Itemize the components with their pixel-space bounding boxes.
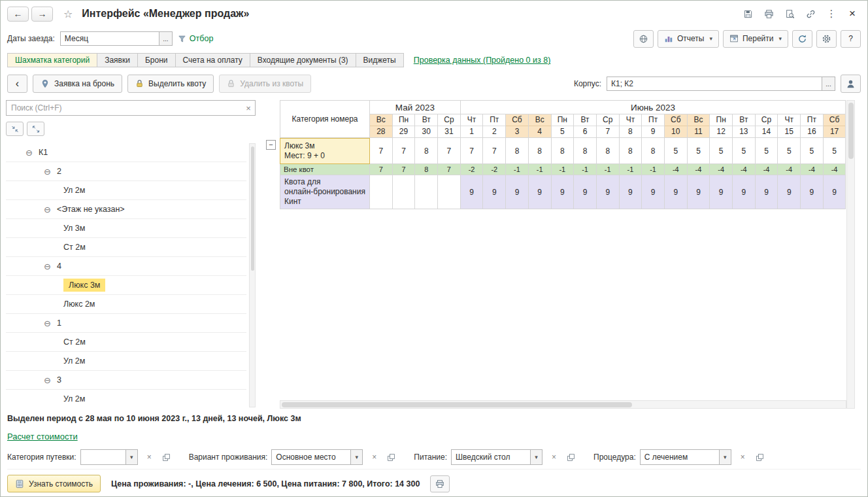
grid-cell[interactable]: 7 — [438, 138, 461, 164]
grid-cell[interactable]: -4 — [688, 164, 710, 175]
day-header[interactable]: Сб3 — [506, 114, 529, 138]
grid-cell[interactable]: -2 — [461, 164, 484, 175]
grid-cell[interactable] — [438, 175, 461, 209]
dropdown-arrow-icon[interactable]: ▾ — [531, 449, 542, 465]
clear-field-icon[interactable]: × — [369, 451, 380, 464]
accommodation-input[interactable] — [271, 449, 351, 465]
day-header[interactable]: Вс28 — [370, 114, 393, 138]
grid-cell[interactable]: 9 — [506, 175, 529, 209]
day-header[interactable]: Ср7 — [597, 114, 620, 138]
day-header[interactable]: Чт8 — [620, 114, 643, 138]
tab-invoices[interactable]: Счета на оплату — [175, 53, 250, 67]
grid-cell[interactable]: 5 — [824, 138, 846, 164]
grid-cell[interactable]: 9 — [756, 175, 778, 209]
grid-cell[interactable]: -1 — [597, 164, 620, 175]
open-field-icon[interactable] — [565, 451, 576, 464]
scrollbar-thumb[interactable] — [848, 103, 854, 159]
print-icon[interactable] — [763, 8, 775, 20]
grid-cell[interactable]: -4 — [756, 164, 778, 175]
grid-cell[interactable]: 5 — [688, 138, 710, 164]
grid-cell[interactable]: -1 — [642, 164, 665, 175]
grid-cell[interactable]: -1 — [620, 164, 643, 175]
collapse-panel-button[interactable]: ‹ — [7, 75, 27, 93]
grid-cell[interactable]: 5 — [665, 138, 688, 164]
grid-cell[interactable]: 8 — [642, 138, 665, 164]
grid-cell[interactable]: 5 — [756, 138, 778, 164]
tree-expander-icon[interactable]: ⊖ — [42, 205, 52, 214]
day-header[interactable]: Вт13 — [733, 114, 756, 138]
grid-cell[interactable]: 8 — [552, 138, 575, 164]
dates-input[interactable] — [60, 31, 159, 46]
user-button[interactable] — [841, 75, 861, 93]
day-header[interactable]: Вс4 — [529, 114, 552, 138]
select-quota-button[interactable]: Выделить квоту — [127, 75, 214, 93]
row-label-luks-3m[interactable]: Люкс 3мМест: 9 + 0 — [280, 138, 370, 164]
day-header[interactable]: Пт9 — [642, 114, 665, 138]
preview-icon[interactable] — [784, 8, 795, 20]
grid-cell[interactable]: 9 — [642, 175, 665, 209]
grid-cell[interactable]: 9 — [597, 175, 620, 209]
price-calc-link[interactable]: Расчет стоимости — [7, 432, 78, 441]
tree-item[interactable]: Люкс 2м — [6, 295, 246, 314]
tree-item[interactable]: Люкс 3м — [6, 276, 246, 295]
tree-item[interactable]: ⊖2 — [6, 162, 246, 181]
category-input[interactable] — [80, 449, 126, 465]
collapse-rows-button[interactable]: − — [266, 140, 276, 150]
tree-item[interactable]: Ст 2м — [6, 238, 246, 257]
forward-button[interactable]: → — [31, 7, 53, 22]
tree-item[interactable]: ⊖<Этаж не указан> — [6, 200, 246, 219]
scrollbar-thumb[interactable] — [251, 146, 254, 271]
tab-requests[interactable]: Заявки — [97, 53, 138, 67]
scrollbar-thumb[interactable] — [282, 402, 632, 407]
grid-cell[interactable]: 8 — [597, 138, 620, 164]
day-header[interactable]: Пт16 — [801, 114, 824, 138]
grid-cell[interactable]: -4 — [733, 164, 756, 175]
booking-request-button[interactable]: Заявка на бронь — [33, 75, 122, 93]
dropdown-arrow-icon[interactable]: ▾ — [351, 449, 363, 465]
day-header[interactable]: Сб10 — [665, 114, 688, 138]
open-field-icon[interactable] — [386, 451, 397, 464]
grid-cell[interactable]: 5 — [778, 138, 801, 164]
grid-cell[interactable]: -4 — [665, 164, 688, 175]
grid-cell[interactable]: -1 — [552, 164, 575, 175]
clear-field-icon[interactable]: × — [144, 451, 155, 464]
data-check-link[interactable]: Проверка данных (Пройдено 0 из 8) — [414, 56, 551, 65]
dates-choose-button[interactable]: ... — [159, 31, 173, 46]
grid-cell[interactable]: 9 — [529, 175, 552, 209]
korpus-input[interactable] — [607, 77, 822, 91]
day-header[interactable]: Пн29 — [393, 114, 416, 138]
korpus-choose-button[interactable]: ... — [822, 77, 835, 91]
grid-cell[interactable] — [415, 175, 438, 209]
back-button[interactable]: ← — [7, 7, 29, 22]
grid-cell[interactable]: 8 — [620, 138, 643, 164]
day-header[interactable]: Вт6 — [574, 114, 597, 138]
row-label-vne-kvot[interactable]: Вне квот — [280, 164, 370, 175]
grid-cell[interactable]: 9 — [801, 175, 824, 209]
grid-cell[interactable]: -1 — [574, 164, 597, 175]
link-icon[interactable] — [805, 8, 816, 20]
grid-cell[interactable]: 8 — [529, 138, 552, 164]
clear-field-icon[interactable]: × — [548, 451, 559, 464]
day-header[interactable]: Пн5 — [552, 114, 575, 138]
grid-cell[interactable]: -4 — [778, 164, 801, 175]
grid-cell[interactable]: 8 — [506, 138, 529, 164]
tree-expander-icon[interactable]: ⊖ — [42, 375, 52, 385]
search-clear-icon[interactable]: × — [242, 103, 255, 113]
day-header[interactable]: Пт2 — [483, 114, 506, 138]
grid-cell[interactable]: -4 — [801, 164, 824, 175]
more-menu-icon[interactable]: ⋮ — [826, 8, 837, 20]
grid-cell[interactable]: 5 — [710, 138, 733, 164]
goto-button[interactable]: Перейти ▾ — [723, 30, 788, 48]
day-header[interactable]: Вт30 — [415, 114, 438, 138]
tree-item[interactable]: Ул 2м — [6, 352, 246, 371]
day-header[interactable]: Пн12 — [710, 114, 733, 138]
day-header[interactable]: Чт1 — [461, 114, 484, 138]
grid-cell[interactable]: -1 — [506, 164, 529, 175]
grid-cell[interactable]: -4 — [824, 164, 846, 175]
tree-item[interactable]: Ул 2м — [6, 390, 246, 407]
open-field-icon[interactable] — [754, 451, 765, 464]
tab-chessboard[interactable]: Шахматка категорий — [7, 53, 97, 67]
dropdown-arrow-icon[interactable]: ▾ — [720, 449, 731, 465]
help-button[interactable]: ? — [841, 30, 861, 48]
tree-expander-icon[interactable]: ⊖ — [42, 167, 52, 177]
